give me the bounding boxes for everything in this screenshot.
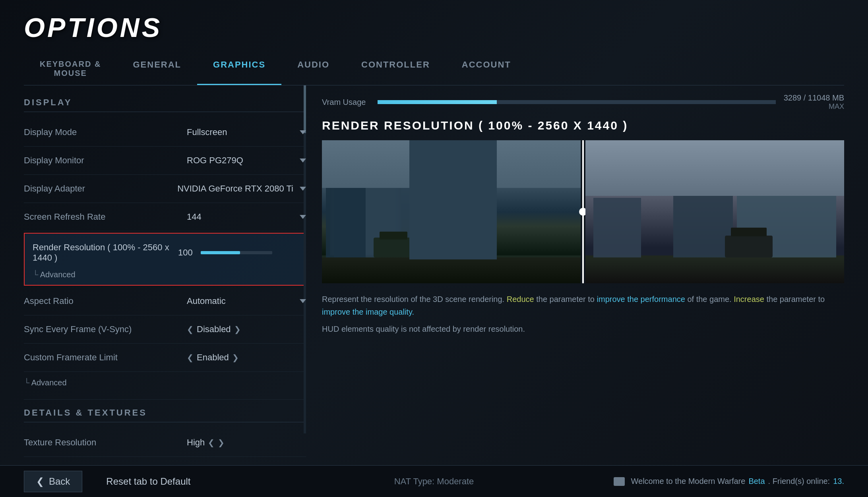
display-mode-chevron[interactable]: [300, 130, 306, 134]
description-text: Represent the resolution of the 3D scene…: [322, 293, 844, 318]
reset-button[interactable]: Reset tab to Default: [94, 471, 202, 492]
left-panel: DISPLAY Display Mode Fullscreen Display …: [0, 85, 306, 465]
desc-improve-perf: improve the performance: [597, 295, 685, 304]
display-adapter-row: Display Adapter NVIDIA GeForce RTX 2080 …: [24, 175, 306, 203]
welcome-message: Welcome to the Modern Warfare Beta. Frie…: [614, 477, 844, 486]
beta-text: Beta: [748, 477, 765, 486]
render-resolution-slider-fill: [201, 251, 240, 254]
preview-images: [322, 140, 844, 283]
screen-refresh-rate-value[interactable]: 144: [187, 212, 306, 222]
framerate-limit-value: ❮ Enabled ❯: [187, 352, 306, 363]
vram-bar-container: [378, 100, 776, 104]
display-mode-row: Display Mode Fullscreen: [24, 118, 306, 147]
framerate-limit-row: Custom Framerate Limit ❮ Enabled ❯: [24, 344, 306, 372]
render-advanced-toggle[interactable]: Advanced: [33, 267, 297, 285]
render-resolution-label: Render Resolution ( 100% - 2560 x 1440 ): [33, 242, 178, 263]
render-resolution-slider[interactable]: [201, 251, 272, 254]
desc-part4: the parameter to: [764, 295, 825, 304]
preview-divider: [582, 140, 584, 283]
display-adapter-value[interactable]: NVIDIA GeForce RTX 2080 Ti: [177, 184, 306, 194]
right-panel: Vram Usage 3289 / 11048 MB MAX RENDER RE…: [306, 85, 868, 465]
vram-label: Vram Usage: [322, 98, 370, 107]
preview-image-left: [322, 140, 581, 283]
vsync-row: Sync Every Frame (V-Sync) ❮ Disabled ❯: [24, 315, 306, 344]
render-resolution-container[interactable]: Render Resolution ( 100% - 2560 x 1440 )…: [24, 233, 306, 286]
page-title: OPTIONS: [24, 12, 844, 43]
texture-resolution-row: Texture Resolution High ❮ ❯: [24, 429, 306, 457]
screen-refresh-rate-chevron[interactable]: [300, 215, 306, 219]
vram-unit: MB: [832, 93, 844, 102]
aspect-ratio-label: Aspect Ratio: [24, 296, 187, 306]
display-adapter-text: NVIDIA GeForce RTX 2080 Ti: [177, 184, 293, 194]
vsync-right-arrow[interactable]: ❯: [234, 325, 241, 334]
nav-tabs: KEYBOARD &MOUSE GENERAL GRAPHICS AUDIO C…: [24, 52, 844, 85]
display-mode-label: Display Mode: [24, 127, 187, 137]
display-monitor-chevron[interactable]: [300, 159, 306, 162]
back-arrow-icon: ❮: [36, 476, 44, 487]
display-adapter-chevron[interactable]: [300, 187, 306, 191]
vsync-left-arrow[interactable]: ❮: [187, 325, 194, 334]
vram-info: 3289 / 11048 MB MAX: [784, 93, 844, 111]
friends-count: 13.: [833, 477, 844, 486]
display-mode-text: Fullscreen: [187, 127, 227, 137]
texture-right-arrow[interactable]: ❯: [218, 438, 225, 447]
vsync-text: Disabled: [197, 324, 231, 335]
display-monitor-text: ROG PG279Q: [187, 155, 243, 166]
framerate-left-arrow[interactable]: ❮: [187, 353, 194, 362]
welcome-part2: . Friend(s) online:: [768, 477, 830, 486]
hud-note: HUD elements quality is not affected by …: [322, 325, 844, 334]
render-resolution-value[interactable]: 100: [178, 248, 297, 258]
aspect-ratio-value[interactable]: Automatic: [187, 296, 306, 306]
page-container: OPTIONS KEYBOARD &MOUSE GENERAL GRAPHICS…: [0, 0, 868, 497]
header: OPTIONS KEYBOARD &MOUSE GENERAL GRAPHICS…: [0, 0, 868, 85]
screen-refresh-rate-text: 144: [187, 212, 202, 222]
vram-total: 11048: [808, 93, 830, 102]
framerate-right-arrow[interactable]: ❯: [232, 353, 239, 362]
main-content: DISPLAY Display Mode Fullscreen Display …: [0, 85, 868, 465]
screen-refresh-rate-label: Screen Refresh Rate: [24, 212, 187, 222]
tab-keyboard-mouse[interactable]: KEYBOARD &MOUSE: [24, 52, 117, 85]
preview-image-right: [585, 140, 844, 283]
render-resolution-num: 100: [178, 248, 193, 258]
aspect-ratio-row: Aspect Ratio Automatic: [24, 287, 306, 315]
texture-left-arrow[interactable]: ❮: [208, 438, 215, 447]
details-textures-section-label: DETAILS & TEXTURES: [24, 408, 306, 422]
tab-account[interactable]: ACCOUNT: [446, 52, 527, 85]
back-label: Back: [49, 476, 70, 487]
vsync-label: Sync Every Frame (V-Sync): [24, 324, 187, 335]
desc-part1: Represent the resolution of the 3D scene…: [322, 295, 507, 304]
tab-audio[interactable]: AUDIO: [281, 52, 345, 85]
framerate-advanced-toggle[interactable]: Advanced: [24, 375, 306, 393]
desc-improve-quality: improve the image quality.: [322, 307, 414, 316]
preview-title: RENDER RESOLUTION ( 100% - 2560 X 1440 ): [322, 119, 844, 132]
display-monitor-label: Display Monitor: [24, 155, 187, 166]
framerate-limit-label: Custom Framerate Limit: [24, 352, 187, 363]
vram-usage-text: 3289 / 11048 MB: [784, 93, 844, 102]
display-mode-value[interactable]: Fullscreen: [187, 127, 306, 137]
vram-max-label: MAX: [829, 102, 844, 111]
desc-part2: the parameter to: [534, 295, 597, 304]
texture-resolution-value: High ❮ ❯: [187, 437, 306, 448]
texture-resolution-text: High: [187, 437, 205, 448]
vsync-value: ❮ Disabled ❯: [187, 324, 306, 335]
texture-resolution-label: Texture Resolution: [24, 437, 187, 448]
aspect-ratio-chevron[interactable]: [300, 299, 306, 303]
display-monitor-value[interactable]: ROG PG279Q: [187, 155, 306, 166]
back-button[interactable]: ❮ Back: [24, 471, 82, 492]
welcome-part1: Welcome to the Modern Warfare: [631, 477, 746, 486]
tab-controller[interactable]: CONTROLLER: [345, 52, 446, 85]
tab-general[interactable]: GENERAL: [117, 52, 197, 85]
vram-bar-fill: [378, 100, 497, 104]
desc-part3: of the game.: [685, 295, 734, 304]
chat-icon: [614, 477, 625, 486]
desc-reduce: Reduce: [507, 295, 534, 304]
display-monitor-row: Display Monitor ROG PG279Q: [24, 147, 306, 175]
tab-graphics[interactable]: GRAPHICS: [197, 52, 281, 85]
display-adapter-label: Display Adapter: [24, 184, 177, 194]
bottom-bar: ❮ Back Reset tab to Default NAT Type: Mo…: [0, 465, 868, 497]
aspect-ratio-text: Automatic: [187, 296, 226, 306]
desc-increase: Increase: [734, 295, 764, 304]
nat-type: NAT Type: Moderate: [394, 476, 474, 487]
display-section-label: DISPLAY: [24, 97, 306, 112]
vram-current: 3289: [784, 93, 802, 102]
